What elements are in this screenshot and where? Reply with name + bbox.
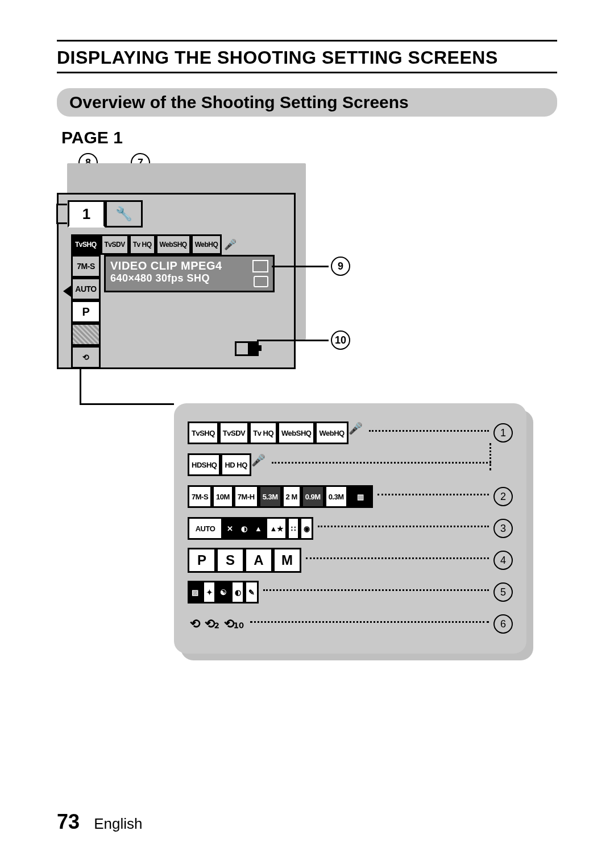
battery-icon bbox=[235, 341, 259, 356]
videocam-icon bbox=[252, 260, 268, 272]
size-7ms: 7M-S bbox=[188, 485, 212, 508]
desc-line2: 640×480 30fps SHQ bbox=[110, 272, 268, 285]
page-title: DISPLAYING THE SHOOTING SETTING SCREENS bbox=[57, 47, 557, 68]
microphone-icon: 🎤 bbox=[349, 421, 364, 444]
page-number: 73 bbox=[57, 810, 80, 833]
opt-webhq: WebHQ bbox=[315, 421, 348, 444]
scene-sports-icon: ✕ bbox=[223, 517, 237, 540]
callout-4: 4 bbox=[493, 551, 513, 570]
tab-1: 1 bbox=[68, 200, 105, 228]
wrench-icon: 🔧 bbox=[115, 206, 132, 222]
filter-cosmetic-icon: ✦ bbox=[202, 581, 217, 604]
opt-tvshq: TvSHQ bbox=[71, 234, 101, 255]
opt-hdhq: HD HQ bbox=[221, 453, 251, 476]
legend-row-6: ⟲ ⟲₂ ⟲₁₀ 6 bbox=[188, 613, 513, 635]
dotted-leader bbox=[377, 494, 489, 495]
opt-tvsdv: TvSDV bbox=[219, 421, 249, 444]
dotted-leader bbox=[306, 557, 489, 559]
opt-tvhq: Tv HQ bbox=[249, 421, 277, 444]
left-item-7ms: 7M-S bbox=[71, 255, 101, 278]
microphone-icon: 🎤 bbox=[222, 234, 239, 255]
scene-snow-icon: ∷ bbox=[287, 517, 300, 540]
mode-m: M bbox=[273, 548, 301, 573]
callout-6: 6 bbox=[493, 614, 513, 634]
scene-lamp-icon: ◉ bbox=[300, 517, 314, 540]
opt-hdshq: HDSHQ bbox=[188, 453, 221, 476]
section-heading: Overview of the Shooting Setting Screens bbox=[57, 88, 557, 117]
page-label: PAGE 1 bbox=[61, 128, 557, 147]
mode-s: S bbox=[216, 548, 244, 573]
legend-panel: TvSHQ TvSDV Tv HQ WebSHQ WebHQ 🎤 1 HDSHQ… bbox=[174, 403, 526, 654]
size-0-3m: 0.3M bbox=[325, 485, 348, 508]
callout-10: 10 bbox=[331, 330, 350, 350]
page-footer: 73 English bbox=[57, 810, 143, 834]
callout-9: 9 bbox=[331, 257, 350, 276]
size-seq-icon: ▥ bbox=[348, 485, 373, 508]
size-5-3m: 5.3M bbox=[259, 485, 282, 508]
dotted-leader bbox=[263, 589, 489, 591]
legend-row-1b: HDSHQ HD HQ 🎤 bbox=[188, 453, 513, 476]
legend-row-4: P S A M 4 bbox=[188, 549, 513, 572]
microphone-icon: 🎤 bbox=[251, 453, 267, 476]
dotted-leader bbox=[250, 621, 489, 623]
opt-webshq: WebSHQ bbox=[156, 234, 191, 255]
tab-setup: 🔧 bbox=[105, 200, 143, 228]
legend-row-1a: TvSHQ TvSDV Tv HQ WebSHQ WebHQ 🎤 1 bbox=[188, 421, 513, 444]
scene-portrait-icon: ▲ bbox=[251, 517, 265, 540]
leader-line bbox=[80, 369, 81, 403]
left-item-auto: AUTO bbox=[71, 278, 101, 300]
diagram: 8 7 1 🔧 TvSHQ TvSDV Tv HQ WebSHQ bbox=[57, 153, 551, 722]
mode-p: P bbox=[188, 548, 216, 573]
leader-line bbox=[257, 340, 329, 341]
callout-5: 5 bbox=[493, 582, 513, 602]
opt-tvsdv: TvSDV bbox=[101, 234, 129, 255]
left-item-p: P bbox=[71, 300, 101, 323]
legend-row-2: 7M-S 10M 7M-H 5.3M 2 M 0.9M 0.3M ▥ 2 bbox=[188, 485, 513, 508]
leader-line bbox=[80, 403, 174, 405]
callout-2: 2 bbox=[493, 487, 513, 506]
language-label: English bbox=[94, 815, 142, 832]
opt-webshq: WebSHQ bbox=[277, 421, 315, 444]
left-item-timer: ⟲ bbox=[71, 346, 101, 369]
desc-line1: VIDEO CLIP MPEG4 bbox=[110, 259, 268, 272]
opt-tvhq: Tv HQ bbox=[129, 234, 156, 255]
filter-sepia-icon: ◐ bbox=[231, 581, 245, 604]
video-quality-row: TvSHQ TvSDV Tv HQ WebSHQ WebHQ 🎤 bbox=[71, 234, 281, 255]
lcd-screen: 1 🔧 TvSHQ TvSDV Tv HQ WebSHQ WebHQ 🎤 7M-… bbox=[57, 193, 296, 369]
size-0-9m: 0.9M bbox=[301, 485, 325, 508]
selftimer-off-icon: ⟲ bbox=[188, 614, 202, 634]
scene-night-icon: ◐ bbox=[237, 517, 251, 540]
camera-icon bbox=[254, 276, 268, 287]
callout-3: 3 bbox=[493, 519, 513, 538]
opt-tvshq: TvSHQ bbox=[188, 421, 219, 444]
left-arrow-icon bbox=[63, 286, 71, 297]
selftimer-2s-icon: ⟲₂ bbox=[202, 614, 222, 634]
size-10m: 10M bbox=[212, 485, 234, 508]
size-7mh: 7M-H bbox=[234, 485, 259, 508]
selftimer-10s-icon: ⟲₁₀ bbox=[222, 614, 246, 634]
mode-a: A bbox=[244, 548, 273, 573]
filter-sketch-icon: ✎ bbox=[244, 581, 259, 604]
legend-row-5: ▨ ✦ ☯ ◐ ✎ 5 bbox=[188, 581, 513, 604]
tab-page-indicator bbox=[56, 204, 67, 224]
dotted-leader bbox=[272, 462, 491, 464]
scene-auto: AUTO bbox=[188, 517, 223, 540]
dotted-leader bbox=[318, 526, 489, 527]
left-menu-column: 7M-S AUTO P ⟲ bbox=[71, 255, 101, 369]
dotted-leader bbox=[369, 430, 489, 432]
filter-none-icon: ▨ bbox=[188, 581, 202, 604]
selection-description: VIDEO CLIP MPEG4 640×480 30fps SHQ bbox=[104, 255, 275, 292]
leader-line bbox=[272, 266, 329, 267]
legend-row-3: AUTO ✕ ◐ ▲ ▲★ ∷ ◉ 3 bbox=[188, 517, 513, 540]
filter-mono-icon: ☯ bbox=[216, 581, 231, 604]
scene-nightportrait-icon: ▲★ bbox=[265, 517, 287, 540]
size-2m: 2 M bbox=[282, 485, 301, 508]
opt-webhq: WebHQ bbox=[191, 234, 222, 255]
left-item-filter bbox=[71, 323, 101, 346]
callout-1: 1 bbox=[493, 423, 513, 443]
